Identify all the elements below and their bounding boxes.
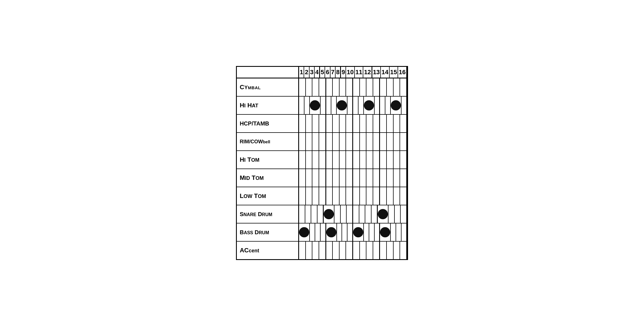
cell-rim-cowbell-step-15[interactable]	[394, 133, 400, 150]
cell-hcp-tamb-step-11[interactable]	[366, 115, 373, 132]
cell-rim-cowbell-step-16[interactable]	[400, 133, 407, 150]
cell-accent-step-1[interactable]	[299, 242, 306, 259]
cell-low-tom-step-6[interactable]	[333, 187, 340, 205]
cell-mid-tom-step-9[interactable]	[353, 169, 360, 187]
cell-low-tom-step-5[interactable]	[326, 187, 333, 205]
cell-snare-drum-step-3[interactable]	[311, 205, 317, 223]
cell-rim-cowbell-step-13[interactable]	[380, 133, 387, 150]
cell-rim-cowbell-step-5[interactable]	[326, 133, 333, 150]
cell-mid-tom-step-6[interactable]	[333, 169, 340, 187]
cell-hi-tom-step-3[interactable]	[312, 151, 319, 169]
cell-low-tom-step-10[interactable]	[360, 187, 367, 205]
cell-cymbal-step-3[interactable]	[312, 78, 319, 96]
cell-cymbal-step-10[interactable]	[360, 78, 367, 96]
cell-accent-step-4[interactable]	[319, 242, 326, 259]
cell-bass-drum-step-3[interactable]	[315, 223, 321, 241]
cell-accent-step-8[interactable]	[346, 242, 353, 259]
cell-mid-tom-step-1[interactable]	[299, 169, 306, 187]
cell-hi-tom-step-13[interactable]	[380, 151, 387, 169]
cell-hcp-tamb-step-15[interactable]	[394, 115, 400, 132]
cell-snare-drum-step-2[interactable]	[305, 205, 312, 223]
cell-hcp-tamb-step-6[interactable]	[333, 115, 340, 132]
cell-accent-step-3[interactable]	[312, 242, 319, 259]
cell-hihat-step-14[interactable]	[385, 97, 391, 114]
cell-hcp-tamb-step-2[interactable]	[306, 115, 313, 132]
cell-accent-step-6[interactable]	[333, 242, 340, 259]
cell-cymbal-step-4[interactable]	[319, 78, 326, 96]
cell-snare-drum-step-13[interactable]	[378, 205, 388, 223]
cell-rim-cowbell-step-6[interactable]	[333, 133, 340, 150]
cell-hi-tom-step-7[interactable]	[340, 151, 346, 169]
cell-bass-drum-step-9[interactable]	[353, 223, 364, 241]
cell-hihat-step-5[interactable]	[326, 97, 332, 114]
cell-hihat-step-13[interactable]	[380, 97, 385, 114]
cell-snare-drum-step-15[interactable]	[395, 205, 401, 223]
cell-snare-drum-step-12[interactable]	[372, 205, 378, 223]
cell-hcp-tamb-step-12[interactable]	[373, 115, 380, 132]
cell-mid-tom-step-14[interactable]	[387, 169, 394, 187]
cell-mid-tom-step-11[interactable]	[366, 169, 373, 187]
cell-bass-drum-step-4[interactable]	[321, 223, 326, 241]
cell-low-tom-step-13[interactable]	[380, 187, 387, 205]
cell-hcp-tamb-step-5[interactable]	[326, 115, 333, 132]
cell-bass-drum-step-14[interactable]	[391, 223, 396, 241]
cell-snare-drum-step-8[interactable]	[347, 205, 353, 223]
cell-snare-drum-step-4[interactable]	[317, 205, 324, 223]
cell-snare-drum-step-9[interactable]	[353, 205, 359, 223]
cell-accent-step-7[interactable]	[340, 242, 346, 259]
cell-cymbal-step-7[interactable]	[340, 78, 346, 96]
cell-low-tom-step-16[interactable]	[400, 187, 407, 205]
cell-hcp-tamb-step-9[interactable]	[353, 115, 360, 132]
cell-mid-tom-step-3[interactable]	[312, 169, 319, 187]
cell-hcp-tamb-step-14[interactable]	[387, 115, 394, 132]
cell-hcp-tamb-step-1[interactable]	[299, 115, 306, 132]
cell-rim-cowbell-step-11[interactable]	[366, 133, 373, 150]
cell-hihat-step-16[interactable]	[402, 97, 407, 114]
cell-mid-tom-step-10[interactable]	[360, 169, 367, 187]
cell-hi-tom-step-9[interactable]	[353, 151, 360, 169]
cell-hi-tom-step-11[interactable]	[366, 151, 373, 169]
cell-hi-tom-step-8[interactable]	[346, 151, 353, 169]
cell-low-tom-step-3[interactable]	[312, 187, 319, 205]
cell-snare-drum-step-7[interactable]	[341, 205, 347, 223]
cell-rim-cowbell-step-8[interactable]	[346, 133, 353, 150]
cell-bass-drum-step-1[interactable]	[299, 223, 310, 241]
cell-hihat-step-10[interactable]	[359, 97, 364, 114]
cell-bass-drum-step-13[interactable]	[380, 223, 391, 241]
cell-accent-step-16[interactable]	[400, 242, 407, 259]
cell-hihat-step-12[interactable]	[375, 97, 380, 114]
cell-accent-step-10[interactable]	[360, 242, 367, 259]
cell-low-tom-step-9[interactable]	[353, 187, 360, 205]
cell-cymbal-step-15[interactable]	[394, 78, 400, 96]
cell-cymbal-step-5[interactable]	[326, 78, 333, 96]
cell-mid-tom-step-8[interactable]	[346, 169, 353, 187]
cell-hihat-step-8[interactable]	[347, 97, 353, 114]
cell-snare-drum-step-6[interactable]	[334, 205, 341, 223]
cell-hi-tom-step-6[interactable]	[333, 151, 340, 169]
cell-accent-step-14[interactable]	[387, 242, 394, 259]
cell-hi-tom-step-5[interactable]	[326, 151, 333, 169]
cell-mid-tom-step-16[interactable]	[400, 169, 407, 187]
cell-snare-drum-step-14[interactable]	[388, 205, 395, 223]
cell-rim-cowbell-step-14[interactable]	[387, 133, 394, 150]
cell-hi-tom-step-2[interactable]	[306, 151, 313, 169]
cell-hcp-tamb-step-3[interactable]	[312, 115, 319, 132]
cell-bass-drum-step-11[interactable]	[369, 223, 375, 241]
cell-hihat-step-1[interactable]	[299, 97, 304, 114]
cell-accent-step-12[interactable]	[373, 242, 380, 259]
cell-hcp-tamb-step-16[interactable]	[400, 115, 407, 132]
cell-accent-step-15[interactable]	[394, 242, 400, 259]
cell-hi-tom-step-15[interactable]	[394, 151, 400, 169]
cell-hi-tom-step-12[interactable]	[373, 151, 380, 169]
cell-cymbal-step-13[interactable]	[380, 78, 387, 96]
cell-low-tom-step-15[interactable]	[394, 187, 400, 205]
cell-rim-cowbell-step-12[interactable]	[373, 133, 380, 150]
cell-low-tom-step-7[interactable]	[340, 187, 346, 205]
cell-snare-drum-step-1[interactable]	[299, 205, 305, 223]
cell-low-tom-step-1[interactable]	[299, 187, 306, 205]
cell-snare-drum-step-11[interactable]	[365, 205, 372, 223]
cell-snare-drum-step-5[interactable]	[324, 205, 334, 223]
cell-hihat-step-3[interactable]	[310, 97, 321, 114]
cell-hcp-tamb-step-7[interactable]	[340, 115, 346, 132]
cell-mid-tom-step-12[interactable]	[373, 169, 380, 187]
